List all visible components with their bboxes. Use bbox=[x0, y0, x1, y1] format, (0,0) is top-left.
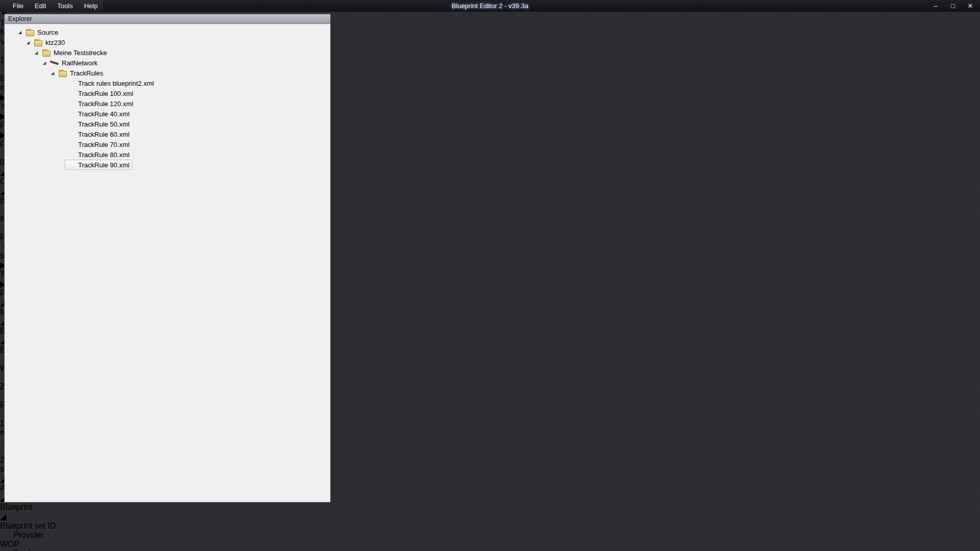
tree-item-label: TrackRule 60.xml bbox=[78, 131, 130, 138]
expander-icon[interactable]: ◢ bbox=[32, 51, 40, 55]
category-bar: ◢Blueprint set ID bbox=[0, 512, 980, 531]
menu-tools[interactable]: Tools bbox=[52, 0, 78, 12]
tree-item-trackrule-50-xml[interactable]: TrackRule 50.xml bbox=[5, 119, 330, 129]
tree-item-trackrule-70-xml[interactable]: TrackRule 70.xml bbox=[5, 139, 330, 149]
tree-item-trackrule-120-xml[interactable]: TrackRule 120.xml bbox=[5, 98, 330, 109]
xml-icon bbox=[66, 99, 75, 108]
rail-icon bbox=[50, 59, 59, 67]
maximize-button[interactable]: □ bbox=[948, 0, 958, 12]
property-name: Provider bbox=[0, 531, 91, 540]
desktop: FileEditToolsHelp Blueprint Editor 2 - v… bbox=[0, 0, 980, 551]
tree-item-label: Track rules blueprint2.xml bbox=[78, 80, 154, 87]
tree-item-label: TrackRule 80.xml bbox=[78, 151, 130, 159]
tree-item-trackrule-90-xml[interactable]: TrackRule 90.xml bbox=[5, 160, 330, 170]
file-tree: ◢Source◢ktz230◢Meine Teststrecke◢RailNet… bbox=[5, 24, 330, 502]
window-controls: – □ ✕ bbox=[931, 0, 975, 12]
category-row[interactable]: ◢Blueprint set ID bbox=[0, 512, 980, 531]
menu-help[interactable]: Help bbox=[79, 0, 104, 12]
tree-item-label: Meine Teststrecke bbox=[54, 49, 107, 57]
explorer-header: Explorer bbox=[5, 14, 330, 24]
tree-item-meine-teststrecke[interactable]: ◢Meine Teststrecke bbox=[5, 47, 330, 58]
selected-item-box: TrackRule 90.xml bbox=[65, 160, 132, 170]
tree-item-label: RailNetwork bbox=[62, 59, 97, 67]
menu-file[interactable]: File bbox=[7, 0, 29, 12]
property-value-text: WOP bbox=[0, 540, 980, 549]
tree-item-label: TrackRule 100.xml bbox=[78, 90, 133, 97]
tree-item-track-rules-blueprint2-xml[interactable]: Track rules blueprint2.xml bbox=[5, 78, 330, 88]
xml-icon bbox=[66, 161, 75, 169]
tree-item-source[interactable]: ◢Source bbox=[5, 27, 330, 37]
window-title: Blueprint Editor 2 - v39.3a bbox=[0, 0, 980, 12]
category-label: Blueprint set ID bbox=[0, 521, 980, 531]
xml-icon bbox=[66, 130, 75, 138]
explorer-panel: Explorer ◢Source◢ktz230◢Meine Teststreck… bbox=[4, 14, 331, 503]
property-row[interactable]: ProviderWOP bbox=[0, 531, 980, 549]
folder-icon bbox=[34, 38, 42, 46]
close-button[interactable]: ✕ bbox=[966, 0, 975, 12]
tree-item-railnetwork[interactable]: ◢RailNetwork bbox=[5, 58, 330, 68]
category-label: Blueprint bbox=[0, 503, 980, 512]
tree-item-trackrule-40-xml[interactable]: TrackRule 40.xml bbox=[5, 109, 330, 119]
expander-icon[interactable]: ◢ bbox=[16, 30, 24, 35]
expander-expanded-icon[interactable]: ◢ bbox=[0, 512, 980, 521]
expander-icon[interactable]: ◢ bbox=[40, 61, 48, 65]
property-value-field[interactable]: WOP bbox=[0, 540, 980, 549]
xml-icon bbox=[66, 110, 75, 118]
tree-item-trackrule-60-xml[interactable]: TrackRule 60.xml bbox=[5, 129, 330, 139]
tree-item-label: TrackRule 120.xml bbox=[78, 100, 133, 108]
folder-icon bbox=[58, 69, 67, 77]
folder-icon bbox=[26, 28, 34, 36]
tree-item-trackrules[interactable]: ◢TrackRules bbox=[5, 68, 330, 78]
tree-item-trackrule-80-xml[interactable]: TrackRule 80.xml bbox=[5, 149, 330, 160]
minimize-button[interactable]: – bbox=[931, 0, 940, 12]
tree-item-label: TrackRule 90.xml bbox=[78, 161, 130, 169]
tree-item-label: TrackRule 40.xml bbox=[78, 110, 130, 118]
tree-item-ktz230[interactable]: ◢ktz230 bbox=[5, 37, 330, 47]
folder-icon bbox=[42, 48, 51, 57]
xml-icon bbox=[66, 151, 75, 159]
property-row[interactable]: ProductZwischen Elster und Saale bbox=[0, 549, 980, 551]
tree-item-label: TrackRule 50.xml bbox=[78, 120, 130, 128]
menu-bar: FileEditToolsHelp bbox=[0, 0, 103, 12]
xml-icon bbox=[66, 79, 75, 87]
title-bar[interactable]: FileEditToolsHelp Blueprint Editor 2 - v… bbox=[0, 0, 980, 12]
tree-item-label: Source bbox=[37, 29, 58, 36]
tree-item-trackrule-100-xml[interactable]: TrackRule 100.xml bbox=[5, 88, 330, 98]
tree-item-label: TrackRules bbox=[70, 69, 103, 77]
xml-icon bbox=[66, 140, 75, 148]
expander-icon[interactable]: ◢ bbox=[24, 40, 32, 45]
expander-icon[interactable]: ◢ bbox=[48, 71, 57, 76]
property-name: Product bbox=[0, 549, 91, 551]
tree-item-label: TrackRule 70.xml bbox=[78, 141, 130, 148]
xml-icon bbox=[66, 89, 75, 97]
tree-item-label: ktz230 bbox=[45, 39, 65, 46]
xml-icon bbox=[66, 120, 75, 128]
menu-edit[interactable]: Edit bbox=[29, 0, 52, 12]
